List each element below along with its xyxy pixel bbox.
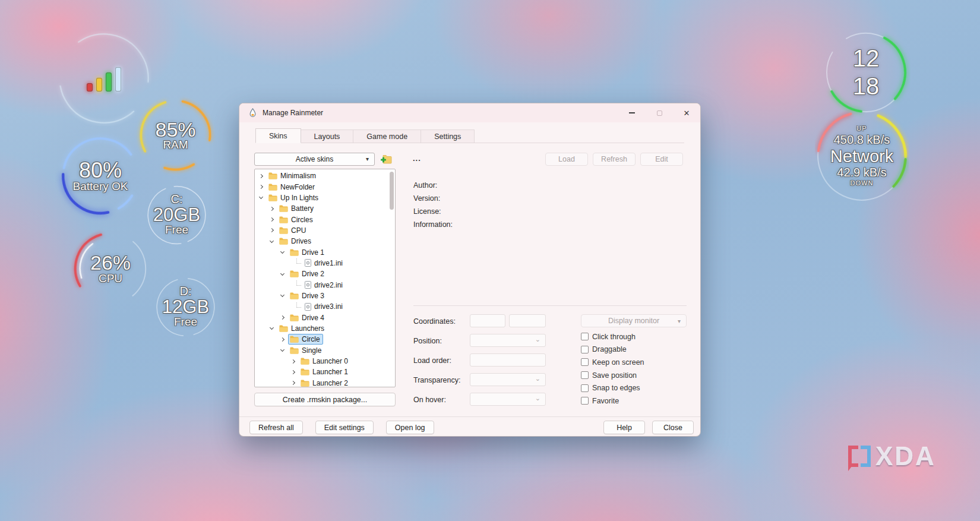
checkbox-box-icon[interactable] (581, 346, 589, 353)
chevron-right-icon[interactable] (270, 217, 274, 222)
chevron-right-icon[interactable] (280, 337, 284, 342)
transparency-select[interactable] (470, 373, 546, 386)
checkbox-save-position[interactable]: Save position (581, 369, 644, 382)
tree-connector-icon (296, 280, 301, 286)
ram-label: RAM (163, 139, 188, 151)
minimize-button[interactable] (618, 103, 646, 122)
tree-item-label: Circle (302, 335, 320, 343)
checkbox-label: Keep on screen (592, 358, 644, 367)
tree-item-drive-3[interactable]: Drive 3 (255, 291, 395, 301)
author-label: Author: (413, 181, 453, 194)
tree-item-drives[interactable]: Drives (255, 236, 395, 247)
tree-item-launcher-0[interactable]: Launcher 0 (255, 356, 395, 367)
tree-scrollbar[interactable] (390, 172, 394, 210)
checkbox-snap-to-edges[interactable]: Snap to edges (581, 381, 644, 394)
maximize-button[interactable] (646, 103, 673, 122)
tab-game-mode[interactable]: Game mode (353, 130, 421, 143)
tab-settings[interactable]: Settings (421, 130, 475, 143)
load-order-label: Load order: (413, 356, 451, 365)
checkbox-box-icon[interactable] (581, 358, 589, 366)
tree-item-box: Drives (277, 236, 314, 247)
tree-item-single[interactable]: Single (255, 345, 395, 356)
tree-item-box: CPU (277, 225, 309, 236)
folder-icon (290, 347, 299, 354)
close-button[interactable]: Close (652, 421, 694, 434)
chevron-right-icon[interactable] (291, 370, 295, 374)
tree-item-cpu[interactable]: CPU (255, 225, 395, 236)
tree-item-drive1-ini[interactable]: drive1.ini (255, 258, 395, 269)
close-button[interactable]: ✕ (673, 103, 700, 122)
checkbox-box-icon[interactable] (581, 397, 589, 405)
checkbox-click-through[interactable]: Click through (581, 330, 644, 343)
tree-item-newfolder[interactable]: NewFolder (255, 181, 395, 192)
tree-item-drive-2[interactable]: Drive 2 (255, 269, 395, 279)
tree-item-battery[interactable]: Battery (255, 203, 395, 214)
create-new-skin-button[interactable] (380, 154, 392, 165)
chevron-right-icon[interactable] (280, 315, 284, 320)
tree-item-label: Drives (291, 237, 311, 245)
tree-item-minimalism[interactable]: Minimalism (255, 170, 395, 181)
create-rmskin-package-button[interactable]: Create .rmskin package... (254, 393, 396, 406)
edit-button[interactable]: Edit (640, 153, 683, 166)
chevron-right-icon[interactable] (259, 185, 263, 189)
checkbox-box-icon[interactable] (581, 371, 589, 379)
tree-item-launcher-1[interactable]: Launcher 1 (255, 367, 395, 377)
tree-item-drive-1[interactable]: Drive 1 (255, 247, 395, 257)
chevron-down-icon[interactable] (280, 271, 284, 276)
open-log-button[interactable]: Open log (386, 421, 434, 434)
clock-minute: 18 (853, 72, 880, 100)
tree-item-drive2-ini[interactable]: drive2.ini (255, 279, 395, 290)
close-icon: ✕ (684, 109, 690, 117)
tree-item-box: Up In Lights (267, 192, 321, 203)
position-select[interactable] (470, 334, 546, 347)
titlebar[interactable]: Manage Rainmeter ✕ (239, 103, 700, 122)
folder-icon (279, 205, 288, 212)
refresh-button[interactable]: Refresh (593, 153, 636, 166)
on-hover-select[interactable] (470, 393, 546, 406)
edit-settings-button[interactable]: Edit settings (315, 421, 374, 434)
chevron-right-icon[interactable] (291, 381, 295, 385)
skins-tree[interactable]: MinimalismNewFolderUp In LightsBatteryCi… (254, 169, 396, 387)
tree-item-launcher-2[interactable]: Launcher 2 (255, 378, 395, 387)
coordinate-x-input[interactable] (470, 314, 505, 327)
load-order-input[interactable] (470, 353, 546, 367)
network-down-value: 42.9 kB/s (837, 166, 886, 179)
xda-bracket-left-icon (848, 446, 858, 467)
checkbox-draggable[interactable]: Draggable (581, 343, 644, 356)
checkbox-box-icon[interactable] (581, 333, 589, 340)
folder-icon (279, 238, 288, 245)
chevron-down-icon[interactable] (280, 293, 284, 297)
chevron-down-icon[interactable] (280, 348, 284, 352)
help-button[interactable]: Help (603, 421, 645, 434)
tree-item-launchers[interactable]: Launchers (255, 323, 395, 334)
skins-filter-dropdown[interactable]: Active skins ▾ (254, 153, 375, 166)
maximize-icon (657, 110, 662, 116)
tree-item-circle[interactable]: Circle (255, 334, 395, 345)
chevron-right-icon[interactable] (259, 174, 263, 178)
folder-icon (268, 172, 277, 179)
tab-skins[interactable]: Skins (255, 128, 301, 143)
tree-item-circles[interactable]: Circles (255, 214, 395, 225)
load-button[interactable]: Load (545, 153, 588, 166)
tree-item-drive3-ini[interactable]: drive3.ini (255, 301, 395, 312)
checkbox-keep-on-screen[interactable]: Keep on screen (581, 356, 644, 369)
chevron-right-icon[interactable] (291, 359, 295, 363)
tree-item-box: Minimalism (267, 170, 319, 181)
chevron-down-icon[interactable] (270, 239, 274, 243)
tab-layouts[interactable]: Layouts (301, 130, 354, 143)
ram-value: 85% (155, 119, 195, 141)
drive-d-value: 12GB (162, 298, 209, 317)
display-monitor-button[interactable]: Display monitor (581, 314, 687, 327)
chevron-down-icon[interactable] (270, 326, 274, 330)
chevron-right-icon[interactable] (270, 228, 274, 232)
signal-bar-icon (115, 67, 121, 91)
tree-item-drive-4[interactable]: Drive 4 (255, 312, 395, 323)
chevron-down-icon[interactable] (259, 195, 263, 199)
checkbox-favorite[interactable]: Favorite (581, 394, 644, 408)
refresh-all-button[interactable]: Refresh all (249, 421, 303, 434)
chevron-right-icon[interactable] (270, 207, 274, 211)
checkbox-box-icon[interactable] (581, 384, 589, 392)
chevron-down-icon[interactable] (280, 250, 284, 254)
coordinate-y-input[interactable] (509, 314, 546, 327)
tree-item-up-in-lights[interactable]: Up In Lights (255, 192, 395, 203)
